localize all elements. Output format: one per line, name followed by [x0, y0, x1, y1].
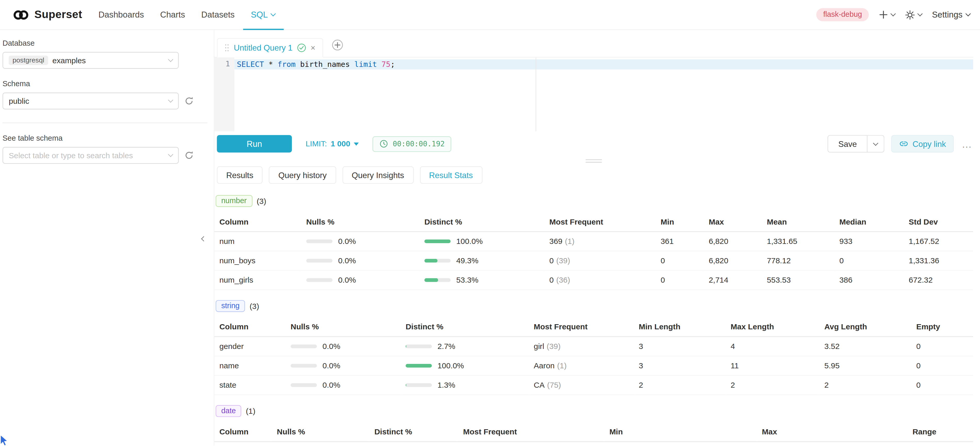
cell-column-name: num_girls [215, 271, 301, 290]
database-select[interactable]: postgresql examples [3, 52, 179, 68]
nav-charts[interactable]: Charts [160, 0, 185, 30]
close-tab-icon[interactable]: × [311, 44, 315, 52]
save-button[interactable]: Save [828, 135, 867, 153]
database-dialect-tag: postgresql [9, 56, 48, 65]
cell-max: 2,714 [704, 271, 762, 290]
nav-sql-label: SQL [251, 10, 267, 19]
cell-median: 933 [834, 232, 904, 252]
limit-value: 1 000 [331, 139, 350, 148]
cell-max-length: 4 [725, 337, 819, 357]
header-cell: Distinct % [369, 422, 458, 442]
save-split-button: Save [828, 135, 885, 153]
limit-dropdown[interactable]: LIMIT: 1 000 [305, 139, 359, 148]
schema-select-row: public [3, 92, 207, 109]
cell-min: 0 [655, 252, 704, 271]
query-tab[interactable]: Untitled Query 1 × [217, 38, 323, 57]
chevron-down-icon [168, 152, 173, 157]
cell-column-name: name [215, 357, 286, 376]
editor-text-area[interactable]: SELECT * from birth_names limit 75; [234, 57, 973, 131]
sql-semicolon: ; [390, 60, 395, 69]
run-button[interactable]: Run [217, 135, 292, 153]
sql-keyword: from [278, 60, 296, 69]
cell-stddev: 1,167.52 [904, 232, 973, 252]
copy-link-label: Copy link [912, 139, 946, 148]
cell-most-frequent: Aaron(1) [529, 357, 634, 376]
cell-nulls: 0.0% [301, 271, 419, 290]
tab-result-stats[interactable]: Result Stats [420, 166, 482, 184]
sql-star: * [269, 60, 273, 69]
line-number: 1 [226, 59, 230, 68]
tab-results[interactable]: Results [217, 166, 262, 184]
limit-label: LIMIT: [305, 139, 327, 148]
cell-nulls: 0.0% [272, 442, 369, 446]
more-actions-button[interactable]: ... [961, 139, 973, 149]
new-tab-button[interactable] [332, 39, 343, 50]
header-cell: Nulls % [301, 212, 419, 232]
table-select[interactable]: Select table or type to search tables [3, 147, 179, 164]
collapse-sidebar-button[interactable] [199, 234, 209, 244]
cell-nulls: 0.0% [286, 357, 401, 376]
cell-column-name: num [215, 232, 301, 252]
tab-query-history[interactable]: Query history [269, 166, 336, 184]
schema-label: Schema [3, 80, 207, 88]
cell-stddev: 1,331.36 [904, 252, 973, 271]
sql-table-name: birth_names [300, 60, 350, 69]
type-tag-row: string (3) [216, 300, 973, 312]
refresh-schemas-button[interactable] [185, 96, 194, 105]
cell-most-frequent: girl(39) [529, 337, 634, 357]
clock-icon [380, 139, 388, 148]
chevron-down-icon [966, 11, 971, 16]
nav-sql[interactable]: SQL [251, 0, 275, 30]
sql-editor[interactable]: 1 SELECT * from birth_names limit 75; [215, 57, 973, 131]
chevron-left-icon [201, 236, 207, 242]
chevron-down-icon [891, 11, 896, 16]
cell-median: 0 [834, 252, 904, 271]
top-navbar: Superset Dashboards Charts Datasets SQL … [0, 0, 980, 30]
superset-home-link[interactable]: Superset [13, 8, 82, 21]
cell-most-frequent: CA(75) [529, 376, 634, 395]
cell-distinct: 100.0% [401, 357, 529, 376]
pane-splitter[interactable] [215, 156, 973, 165]
cell-distinct: 1.3% [369, 442, 458, 446]
header-cell: Empty [912, 317, 973, 337]
cell-max-length: 2 [725, 376, 819, 395]
result-stats-panel: number (3) Column Nulls % Distinct % Mos… [215, 189, 973, 446]
tab-query-insights[interactable]: Query Insights [342, 166, 414, 184]
cell-mean: 553.53 [762, 271, 834, 290]
cell-min: 1965-01-01T03:00:00.000Z [604, 442, 757, 446]
cell-empty: 0 [912, 357, 973, 376]
app-root: Superset Dashboards Charts Datasets SQL … [0, 0, 980, 446]
header-cell: Distinct % [419, 212, 544, 232]
refresh-tables-button[interactable] [185, 151, 194, 160]
table-select-row: Select table or type to search tables [3, 147, 207, 164]
cell-avg-length: 5.95 [819, 357, 911, 376]
chevron-down-icon [918, 11, 923, 16]
query-tab-title: Untitled Query 1 [234, 43, 293, 53]
nav-datasets[interactable]: Datasets [201, 0, 235, 30]
refresh-icon [185, 96, 194, 105]
theme-menu[interactable] [905, 10, 922, 20]
cell-nulls: 0.0% [301, 232, 419, 252]
chevron-down-icon [168, 97, 173, 103]
new-item-menu[interactable] [879, 10, 895, 19]
nulls-bar [306, 278, 332, 282]
nav-dashboards[interactable]: Dashboards [98, 0, 144, 30]
copy-link-button[interactable]: Copy link [891, 135, 954, 153]
cell-min-length: 2 [634, 376, 725, 395]
database-value: examples [52, 56, 86, 65]
nulls-bar [291, 364, 317, 368]
type-tag-date: date [216, 405, 242, 417]
stats-section-number: number (3) Column Nulls % Distinct % Mos… [215, 195, 973, 290]
settings-menu[interactable]: Settings [932, 10, 970, 19]
splitter-grip-icon [586, 159, 602, 162]
sqllab-main: Untitled Query 1 × 1 [215, 30, 980, 446]
cell-max-length: 11 [725, 357, 819, 376]
cell-avg-length: 2 [819, 376, 911, 395]
header-cell: Most Frequent [458, 422, 604, 442]
column-count: (1) [246, 407, 255, 416]
save-dropdown-button[interactable] [867, 135, 884, 153]
schema-select[interactable]: public [3, 92, 179, 109]
cell-nulls: 0.0% [286, 337, 401, 357]
type-tag-row: number (3) [216, 195, 973, 207]
distinct-bar [425, 239, 451, 244]
